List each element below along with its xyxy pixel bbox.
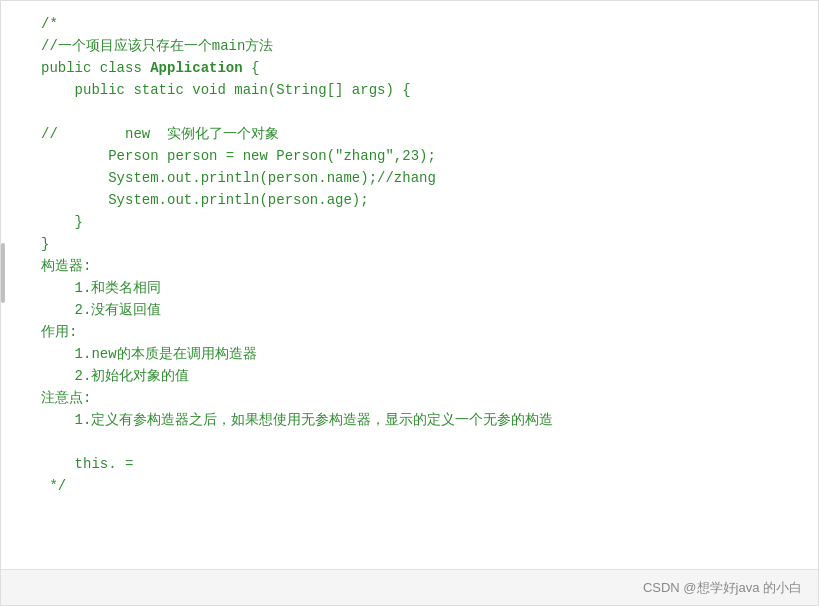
code-text: public class Application { [41, 57, 259, 79]
code-text: Person person = new Person("zhang",23); [41, 145, 436, 167]
code-line-18: 注意点: [41, 387, 798, 409]
code-text: this. = [41, 453, 133, 475]
empty-line-2 [41, 431, 798, 453]
code-line-22: */ [41, 475, 798, 497]
code-line-2: //一个项目应该只存在一个main方法 [41, 35, 798, 57]
code-text: 作用: [41, 321, 77, 343]
code-text: 2.没有返回值 [41, 299, 161, 321]
code-text: */ [41, 475, 66, 497]
code-container: /* //一个项目应该只存在一个main方法 public class Appl… [0, 0, 819, 606]
code-line-4: public static void main(String[] args) { [41, 79, 798, 101]
code-area: /* //一个项目应该只存在一个main方法 public class Appl… [1, 1, 818, 571]
code-text: } [41, 211, 83, 233]
code-line-1: /* [41, 13, 798, 35]
code-line-6: // new 实例化了一个对象 [41, 123, 798, 145]
code-line-7: Person person = new Person("zhang",23); [41, 145, 798, 167]
code-text: 2.初始化对象的值 [41, 365, 189, 387]
code-line-10: } [41, 211, 798, 233]
code-text: System.out.println(person.age); [41, 189, 369, 211]
code-line-12: 构造器: [41, 255, 798, 277]
code-line-11: } [41, 233, 798, 255]
code-line-8: System.out.println(person.name);//zhang [41, 167, 798, 189]
code-text: public static void main(String[] args) { [41, 79, 411, 101]
empty-line [41, 101, 798, 123]
code-text: 1.定义有参构造器之后，如果想使用无参构造器，显示的定义一个无参的构造 [41, 409, 553, 431]
footer-bar: CSDN @想学好java 的小白 [1, 569, 818, 605]
code-line-19: 1.定义有参构造器之后，如果想使用无参构造器，显示的定义一个无参的构造 [41, 409, 798, 431]
code-text: //一个项目应该只存在一个main方法 [41, 35, 273, 57]
code-text: System.out.println(person.name);//zhang [41, 167, 436, 189]
code-text: 1.和类名相同 [41, 277, 161, 299]
code-line-13: 1.和类名相同 [41, 277, 798, 299]
code-line-21: this. = [41, 453, 798, 475]
code-line-3: public class Application { [41, 57, 798, 79]
code-line-17: 2.初始化对象的值 [41, 365, 798, 387]
code-line-16: 1.new的本质是在调用构造器 [41, 343, 798, 365]
code-line-9: System.out.println(person.age); [41, 189, 798, 211]
code-text: /* [41, 13, 58, 35]
code-line-14: 2.没有返回值 [41, 299, 798, 321]
footer-text: CSDN @想学好java 的小白 [643, 579, 802, 597]
code-line-15: 作用: [41, 321, 798, 343]
code-text: // new 实例化了一个对象 [41, 123, 279, 145]
code-text: 1.new的本质是在调用构造器 [41, 343, 257, 365]
code-text: } [41, 233, 49, 255]
code-text: 注意点: [41, 387, 91, 409]
code-text: 构造器: [41, 255, 91, 277]
